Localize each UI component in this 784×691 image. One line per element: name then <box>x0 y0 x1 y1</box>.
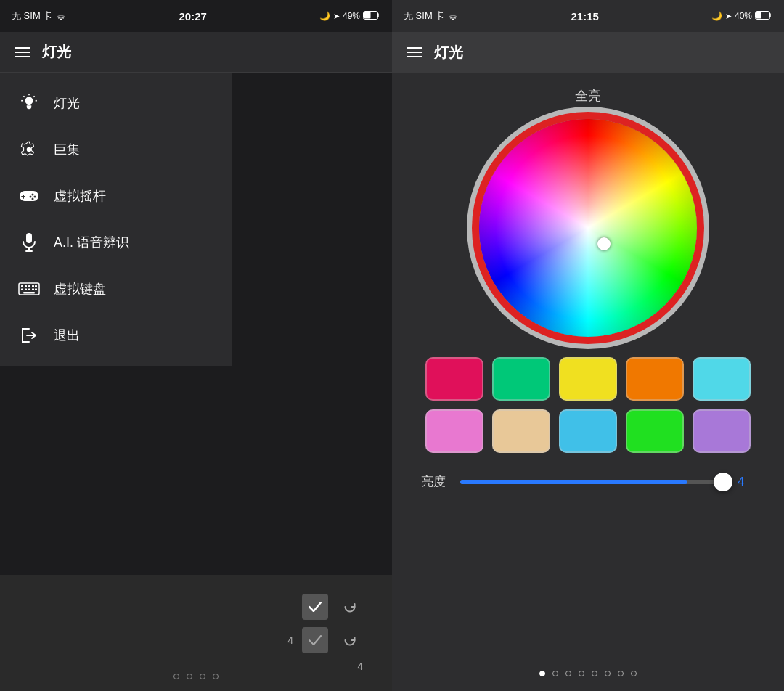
swatch-6[interactable] <box>492 409 550 453</box>
svg-rect-20 <box>21 285 23 287</box>
right-main-content: 全亮 <box>392 73 784 659</box>
swatches-grid <box>425 357 751 453</box>
swatch-8[interactable] <box>626 409 684 453</box>
right-dot-2[interactable] <box>552 671 558 676</box>
svg-line-7 <box>23 96 25 97</box>
right-dot-3[interactable] <box>565 671 571 676</box>
right-nav-header: 灯光 <box>392 32 784 73</box>
menu-item-lights[interactable]: 灯光 <box>0 80 232 126</box>
svg-rect-23 <box>32 285 34 287</box>
swatch-0[interactable] <box>425 357 483 401</box>
svg-rect-21 <box>25 285 27 287</box>
left-time: 20:27 <box>179 10 206 23</box>
right-carrier: 无 SIM 卡 <box>404 9 444 23</box>
svg-point-2 <box>25 97 33 105</box>
left-carrier: 无 SIM 卡 <box>12 9 52 23</box>
swatch-2[interactable] <box>559 357 617 401</box>
brightness-row: 亮度 4 <box>407 473 769 490</box>
right-time: 21:15 <box>571 10 598 23</box>
color-wheel-container[interactable] <box>479 119 697 337</box>
svg-rect-24 <box>35 285 37 287</box>
swatch-9[interactable] <box>693 409 751 453</box>
right-dot-7[interactable] <box>618 671 624 676</box>
svg-rect-1 <box>364 12 371 18</box>
left-dot-3[interactable] <box>200 674 205 679</box>
action-row-2: 4 <box>287 627 363 653</box>
svg-point-14 <box>30 196 32 198</box>
mic-icon <box>17 231 41 254</box>
brightness-value: 4 <box>738 475 755 489</box>
exit-icon <box>17 324 41 347</box>
svg-rect-22 <box>28 285 30 287</box>
badge-1: 4 <box>287 634 293 646</box>
menu-label-cluster: 巨集 <box>54 141 80 158</box>
svg-rect-27 <box>28 289 30 291</box>
swatch-5[interactable] <box>425 409 483 453</box>
right-right-status: 🌙 ➤ 40% <box>711 11 772 22</box>
svg-line-6 <box>33 96 35 97</box>
menu-item-voice[interactable]: A.I. 语音辨识 <box>0 219 232 266</box>
left-nav-header: 灯光 <box>0 32 392 73</box>
brightness-label: 亮度 <box>421 473 450 490</box>
action-row-3: 4 <box>357 661 363 672</box>
menu-item-joystick[interactable]: 虚拟摇杆 <box>0 173 232 219</box>
check-button-2[interactable] <box>302 627 328 653</box>
left-hamburger-icon[interactable] <box>15 47 30 57</box>
right-hamburger-icon[interactable] <box>407 47 422 57</box>
left-dot-1[interactable] <box>173 674 179 679</box>
keyboard-icon <box>17 277 41 300</box>
menu-label-exit: 退出 <box>54 327 80 344</box>
right-dot-1[interactable] <box>539 671 545 676</box>
left-nav-icon: ➤ <box>333 12 340 21</box>
left-status-bar: 无 SIM 卡 20:27 🌙 ➤ 49% <box>0 0 392 32</box>
right-dot-5[interactable] <box>592 671 597 676</box>
gear-icon <box>17 138 41 161</box>
left-battery-pct: 49% <box>343 11 360 21</box>
menu-item-keyboard[interactable]: 虚拟键盘 <box>0 266 232 312</box>
left-dot-4[interactable] <box>213 674 219 679</box>
swatch-7[interactable] <box>559 409 617 453</box>
right-panel: 无 SIM 卡 21:15 🌙 ➤ 40% <box>392 0 784 691</box>
left-battery-icon <box>363 11 380 22</box>
svg-rect-16 <box>26 233 32 243</box>
right-dots-nav <box>392 659 784 691</box>
right-battery-pct: 40% <box>735 11 752 21</box>
color-wheel-cursor[interactable] <box>597 237 611 250</box>
right-dot-8[interactable] <box>631 671 637 676</box>
brightness-slider-track[interactable] <box>460 480 727 484</box>
refresh-button-2[interactable] <box>337 627 363 653</box>
svg-rect-11 <box>21 196 25 197</box>
menu-label-joystick: 虚拟摇杆 <box>54 187 106 205</box>
check-button[interactable] <box>302 594 328 620</box>
svg-rect-26 <box>25 289 27 291</box>
svg-rect-30 <box>23 292 35 294</box>
right-dot-6[interactable] <box>605 671 611 676</box>
swatch-4[interactable] <box>693 357 751 401</box>
bulb-icon <box>17 91 41 115</box>
right-nav-title: 灯光 <box>434 43 463 62</box>
svg-point-8 <box>27 147 32 152</box>
menu-item-exit[interactable]: 退出 <box>0 312 232 359</box>
right-battery-icon <box>755 11 772 22</box>
brightness-slider-fill <box>460 480 687 484</box>
color-wheel-disc[interactable] <box>479 119 697 337</box>
brightness-title: 全亮 <box>575 87 601 105</box>
swatch-3[interactable] <box>626 357 684 401</box>
svg-rect-25 <box>21 289 23 291</box>
refresh-button-1[interactable] <box>337 594 363 620</box>
menu-label-keyboard: 虚拟键盘 <box>54 280 106 298</box>
left-panel: 无 SIM 卡 20:27 🌙 ➤ 49% <box>0 0 392 691</box>
right-carrier-area: 无 SIM 卡 <box>404 9 458 23</box>
swatch-1[interactable] <box>492 357 550 401</box>
badge-2: 4 <box>357 661 363 672</box>
left-moon-icon: 🌙 <box>319 11 330 21</box>
menu-item-cluster[interactable]: 巨集 <box>0 126 232 173</box>
right-status-bar: 无 SIM 卡 21:15 🌙 ➤ 40% <box>392 0 784 32</box>
brightness-slider-thumb[interactable] <box>714 473 732 491</box>
svg-rect-29 <box>35 289 37 291</box>
svg-rect-28 <box>32 289 34 291</box>
svg-rect-32 <box>756 12 761 18</box>
sidebar-menu: 灯光 巨集 <box>0 73 232 366</box>
right-dot-4[interactable] <box>579 671 584 676</box>
left-dot-2[interactable] <box>187 674 192 679</box>
